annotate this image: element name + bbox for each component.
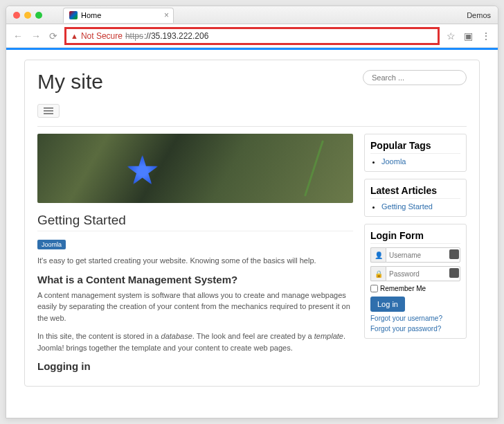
page-content: My site Getting Started Joomla It's easy… bbox=[6, 50, 498, 418]
window-controls bbox=[13, 12, 42, 19]
maximize-window-button[interactable] bbox=[35, 12, 42, 19]
tab-title: Home bbox=[81, 11, 101, 19]
lock-icon: 🔒 bbox=[370, 266, 386, 281]
user-icon: 👤 bbox=[370, 247, 386, 263]
demos-label: Demos bbox=[467, 11, 491, 19]
close-tab-icon[interactable]: × bbox=[164, 10, 169, 20]
hamburger-menu-button[interactable] bbox=[37, 104, 60, 118]
panel-title: Popular Tags bbox=[370, 140, 460, 151]
warning-icon: ▲ bbox=[71, 32, 78, 40]
remember-me-checkbox[interactable] bbox=[370, 285, 378, 292]
browser-tab[interactable]: Home × bbox=[63, 8, 174, 23]
panel-title: Latest Articles bbox=[370, 185, 460, 196]
search-input[interactable] bbox=[363, 70, 467, 85]
minimize-window-button[interactable] bbox=[24, 12, 31, 19]
sidebar: Popular Tags Joomla Latest Articles Gett… bbox=[364, 134, 467, 339]
browser-toolbar: ← → ⟳ ▲ Not Secure https ://35.193.222.2… bbox=[6, 24, 498, 48]
article-link[interactable]: Getting Started bbox=[381, 202, 433, 211]
login-button[interactable]: Log in bbox=[370, 297, 405, 312]
latest-articles-panel: Latest Articles Getting Started bbox=[364, 179, 467, 217]
favicon-icon bbox=[69, 11, 78, 19]
article-paragraph: A content management system is software … bbox=[37, 290, 353, 324]
list-item: Getting Started bbox=[381, 202, 460, 211]
reload-button[interactable]: ⟳ bbox=[49, 30, 57, 42]
divider bbox=[37, 126, 467, 127]
tag-link[interactable]: Joomla bbox=[381, 157, 406, 166]
article-heading: Logging in bbox=[37, 360, 353, 372]
not-secure-label: Not Secure bbox=[81, 31, 123, 41]
article-title: Getting Started bbox=[37, 213, 353, 228]
article-intro: It's easy to get started creating your w… bbox=[37, 255, 353, 267]
article-tag[interactable]: Joomla bbox=[37, 240, 66, 249]
back-button[interactable]: ← bbox=[13, 30, 23, 42]
main-column: Getting Started Joomla It's easy to get … bbox=[37, 134, 353, 376]
forgot-password-link[interactable]: Forgot your password? bbox=[370, 325, 460, 333]
popular-tags-panel: Popular Tags Joomla bbox=[364, 134, 467, 172]
address-bar[interactable]: ▲ Not Secure https ://35.193.222.206 bbox=[64, 27, 440, 45]
browser-window: Home × Demos ← → ⟳ ▲ Not Secure https :/… bbox=[6, 6, 498, 418]
forward-button[interactable]: → bbox=[31, 30, 41, 42]
article-heading: What is a Content Management System? bbox=[37, 274, 353, 285]
close-window-button[interactable] bbox=[13, 12, 20, 19]
site-title: My site bbox=[37, 70, 103, 94]
titlebar: Home × Demos bbox=[6, 6, 498, 24]
field-addon-icon bbox=[449, 268, 459, 278]
login-form-panel: Login Form 👤 🔒 bbox=[364, 224, 467, 339]
menu-dots-icon[interactable]: ⋮ bbox=[481, 30, 491, 42]
url-text: ://35.193.222.206 bbox=[144, 31, 208, 41]
remember-me-label[interactable]: Remember Me bbox=[370, 285, 460, 292]
site-container: My site Getting Started Joomla It's easy… bbox=[24, 60, 480, 387]
panel-title: Login Form bbox=[370, 230, 460, 241]
list-item: Joomla bbox=[381, 157, 460, 166]
article-paragraph: In this site, the content is stored in a… bbox=[37, 330, 353, 353]
bookmark-star-icon[interactable]: ☆ bbox=[447, 30, 456, 42]
divider bbox=[37, 231, 353, 231]
extension-icon[interactable]: ▣ bbox=[464, 30, 473, 42]
hero-image bbox=[37, 134, 353, 203]
hamburger-icon bbox=[44, 107, 53, 114]
field-addon-icon bbox=[449, 249, 459, 259]
https-struck: https bbox=[125, 31, 143, 41]
forgot-username-link[interactable]: Forgot your username? bbox=[370, 315, 460, 322]
